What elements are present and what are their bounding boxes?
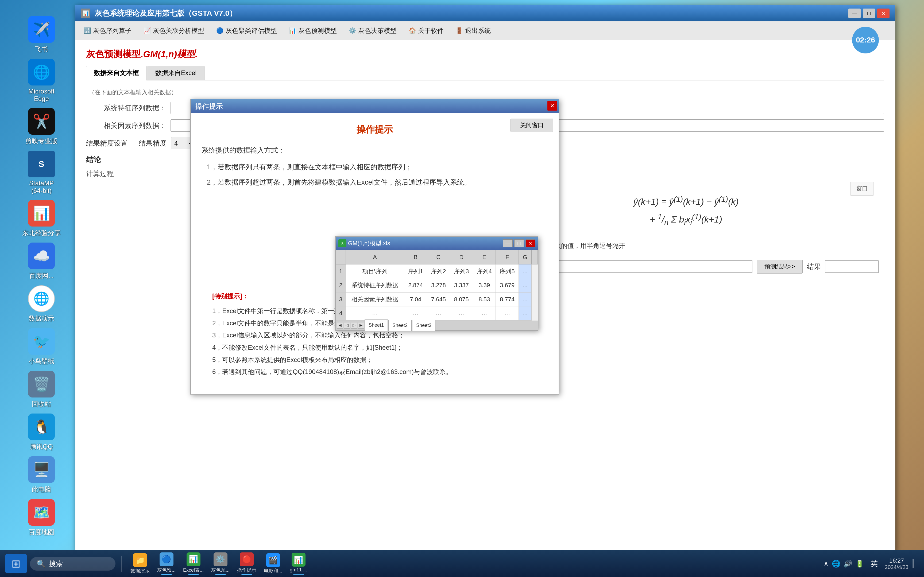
close-button[interactable]: ✕ (877, 8, 890, 18)
map-label: 百度地图 (29, 528, 54, 537)
menu-item-decision[interactable]: ⚙️ 灰色决策模型 (343, 24, 401, 37)
cell-2d: 3.337 (450, 278, 473, 292)
sheet-nav-next[interactable]: ▶ (358, 322, 364, 329)
desktop-icon-stata[interactable]: S StataMP(64-bit) (15, 151, 68, 195)
cell-4g: … (519, 306, 531, 321)
sys-lang[interactable]: 英 (868, 559, 880, 569)
excel-close-button[interactable]: ✕ (525, 239, 535, 247)
taskbar-app-gm11[interactable]: 📊 gm11 ... (287, 552, 310, 575)
main-app-window: 📊 灰色系统理论及应用第七版（GSTA V7.0） — □ ✕ 🔢 灰色序列算子… (75, 5, 895, 553)
table-row: 4 … … … … … … … (336, 306, 538, 321)
desktop-icon-jianying[interactable]: ✂️ 剪映专业版 (15, 108, 68, 145)
grey2-active-indicator (215, 574, 226, 575)
taskbar-app-grey2[interactable]: ⚙️ 灰色系... (208, 551, 232, 576)
menu-item-predict[interactable]: 📊 灰色预测模型 (283, 24, 342, 37)
hint-dialog: 操作提示 ✕ 关闭窗口 操作提示 系统提供的数据输入方式： 1，若数据序列只有两… (190, 99, 559, 395)
minimize-button[interactable]: — (848, 8, 861, 18)
app-title: 灰色系统理论及应用第七版（GSTA V7.0） (95, 8, 844, 18)
taskbar-start-button[interactable]: ⊞ (5, 554, 27, 573)
sheet-nav-next2[interactable]: ▷ (351, 322, 357, 329)
taskbar-app-excel[interactable]: 📊 Excel表... (181, 551, 206, 576)
title-prefix: 灰色预测模型. (86, 49, 143, 59)
app-movie-label: 电影和... (264, 568, 282, 574)
sheet-nav-prev[interactable]: ◀ (337, 322, 343, 329)
tab-bar: 数据来自文本框 数据来自Excel (86, 66, 884, 81)
app-data-icon: 📁 (133, 553, 147, 567)
taskbar: ⊞ 🔍 搜索 📁 数据演示 🔵 灰色预... 📊 Excel表... ⚙️ 灰色… (0, 550, 924, 577)
cell-1d: 序列3 (450, 264, 473, 278)
excel-title-text: GM(1,n)模型.xls (348, 238, 501, 249)
sys-tray: ∧ 🌐 🔊 🔋 英 16:27 2024/4/23 ▏ (824, 557, 919, 570)
hint-item-2: 2，若数据序列超过两条，则首先将建模数据输入Excel文件，然后通过程序导入系统… (207, 176, 548, 189)
window-controls: — □ ✕ (848, 8, 890, 18)
sheet-tab-1[interactable]: Sheet1 (365, 319, 388, 331)
desktop-icon-qq[interactable]: 🐧 腾讯QQ (15, 414, 68, 451)
sheet-nav-prev2[interactable]: ◁ (344, 322, 350, 329)
excel-table-wrap: A B C D E F G (336, 250, 538, 321)
edge-label: MicrosoftEdge (28, 88, 54, 103)
precision-select[interactable]: 12345678 (171, 137, 192, 149)
desktop-icon-baidu[interactable]: ☁️ 百度网... (15, 243, 68, 280)
table-row: 3 相关因素序列数据 7.04 7.645 8.075 8.53 8.774 … (336, 292, 538, 306)
show-desktop-button[interactable]: ▏ (913, 559, 919, 568)
stata-label: StataMP(64-bit) (29, 179, 54, 195)
taskbar-app-hint[interactable]: 🔴 操作提示 (234, 551, 259, 576)
sys-time[interactable]: 16:27 2024/4/23 (885, 557, 908, 570)
menu-label-sequence: 灰色序列算子 (93, 26, 131, 35)
result-value-input[interactable] (825, 260, 879, 273)
chrome-icon: 🌐 (28, 285, 55, 312)
hint-dialog-title-text: 操作提示 (195, 102, 223, 111)
desktop-icon-bird[interactable]: 🐦 小鸟壁纸 (15, 328, 68, 366)
app-movie-icon: 🎬 (266, 553, 280, 567)
special-item-5: 5，可以参照本系统提供的Excel模板来布局相应的数据； (212, 354, 537, 366)
menu-item-exit[interactable]: 🚪 退出系统 (450, 24, 496, 37)
menu-item-relation[interactable]: 📈 灰色关联分析模型 (138, 24, 209, 37)
maximize-button[interactable]: □ (863, 8, 875, 18)
sys-tray-battery[interactable]: 🔋 (855, 559, 864, 568)
app-hint-label: 操作提示 (237, 567, 256, 573)
edge-icon: 🌐 (28, 59, 55, 85)
desktop-icon-feishu[interactable]: ✈️ 飞书 (15, 16, 68, 53)
app-grey-label: 灰色预... (157, 567, 176, 573)
hint-dialog-close-button[interactable]: 关闭窗口 (510, 119, 553, 132)
desktop-icon-ppt[interactable]: 📊 东北经验分享 (15, 200, 68, 237)
col-header-c: C (427, 250, 450, 264)
taskbar-app-data[interactable]: 📁 数据演示 (128, 552, 152, 575)
cluster-icon: 🔵 (215, 26, 224, 35)
menu-label-decision: 灰色决策模型 (358, 26, 397, 35)
title-bar: 📊 灰色系统理论及应用第七版（GSTA V7.0） — □ ✕ (75, 5, 895, 21)
taskbar-apps: 📁 数据演示 🔵 灰色预... 📊 Excel表... ⚙️ 灰色系... 🔴 … (128, 551, 310, 576)
excel-minimize-button[interactable]: — (503, 239, 513, 247)
desktop-icon-map[interactable]: 🗺️ 百度地图 (15, 499, 68, 537)
menu-item-cluster[interactable]: 🔵 灰色聚类评估模型 (211, 24, 282, 37)
desktop-icon-edge[interactable]: 🌐 MicrosoftEdge (15, 59, 68, 103)
sheet-tab-3[interactable]: Sheet3 (412, 320, 435, 331)
cell-1g: … (519, 264, 531, 278)
taskbar-app-movie[interactable]: 🎬 电影和... (261, 552, 285, 575)
excel-header-row: A B C D E F G (336, 250, 538, 264)
desktop-icon-mypc[interactable]: 🖥️ 此电脑 (15, 456, 68, 494)
menu-item-about[interactable]: 🏠 关于软件 (403, 24, 449, 37)
sys-tray-volume[interactable]: 🔊 (843, 559, 852, 568)
table-row: 2 系统特征序列数据 2.874 3.278 3.337 3.39 3.679 … (336, 278, 538, 292)
desktop-icon-recycle[interactable]: 🗑️ 回收站 (15, 371, 68, 408)
menu-item-sequence[interactable]: 🔢 灰色序列算子 (78, 24, 136, 37)
desktop-icon-chrome[interactable]: 🌐 数据演示 (15, 285, 68, 323)
cell-2g: … (519, 278, 531, 292)
cell-2f: 3.679 (496, 278, 519, 292)
taskbar-app-grey[interactable]: 🔵 灰色预... (155, 551, 178, 576)
sheet-tab-2[interactable]: Sheet2 (388, 320, 412, 331)
tab-excel[interactable]: 数据来自Excel (147, 66, 205, 80)
sys-tray-chevron[interactable]: ∧ (824, 559, 829, 568)
jianying-icon: ✂️ (28, 108, 55, 135)
grey-active-indicator (161, 574, 172, 575)
taskbar-search[interactable]: 🔍 搜索 (30, 557, 115, 571)
predict-button[interactable]: 预测结果>> (757, 259, 803, 274)
table-row: 1 项目\序列 序列1 序列2 序列3 序列4 序列5 … (336, 264, 538, 278)
tab-textbox[interactable]: 数据来自文本框 (86, 66, 147, 81)
page-title: 灰色预测模型.GM(1,n)模型. (86, 48, 884, 60)
sys-tray-network[interactable]: 🌐 (832, 559, 840, 568)
hint-dialog-x-button[interactable]: ✕ (548, 101, 557, 111)
excel-restore-button[interactable]: □ (514, 239, 524, 247)
map-icon: 🗺️ (28, 499, 55, 526)
